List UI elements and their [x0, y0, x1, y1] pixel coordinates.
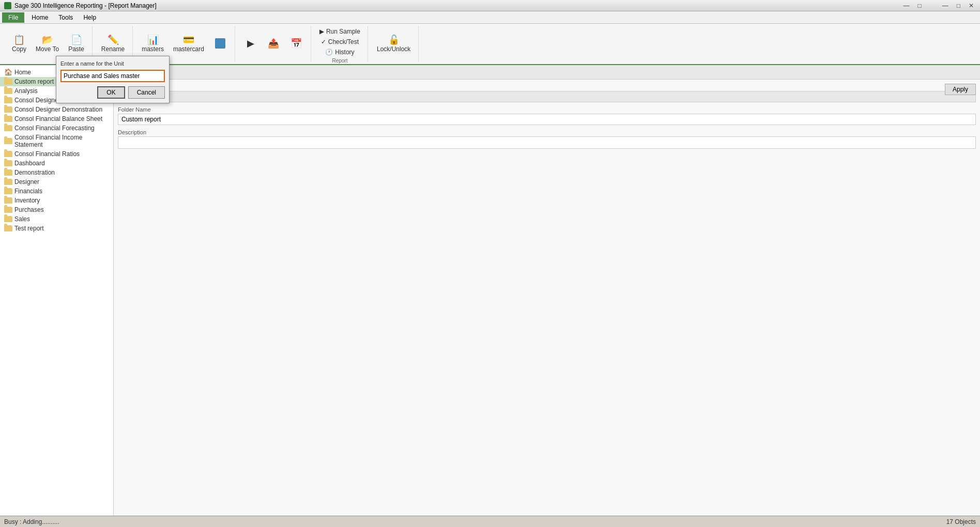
- dialog-ok-button[interactable]: OK: [97, 86, 125, 99]
- dialog-prompt: Enter a name for the Unit: [60, 60, 165, 67]
- rename-input[interactable]: [60, 70, 165, 82]
- dialog-buttons: OK Cancel: [60, 86, 165, 99]
- dialog-overlay: Enter a name for the Unit OK Cancel: [0, 0, 980, 527]
- rename-dialog: Enter a name for the Unit OK Cancel: [56, 56, 170, 103]
- dialog-cancel-button[interactable]: Cancel: [128, 86, 165, 99]
